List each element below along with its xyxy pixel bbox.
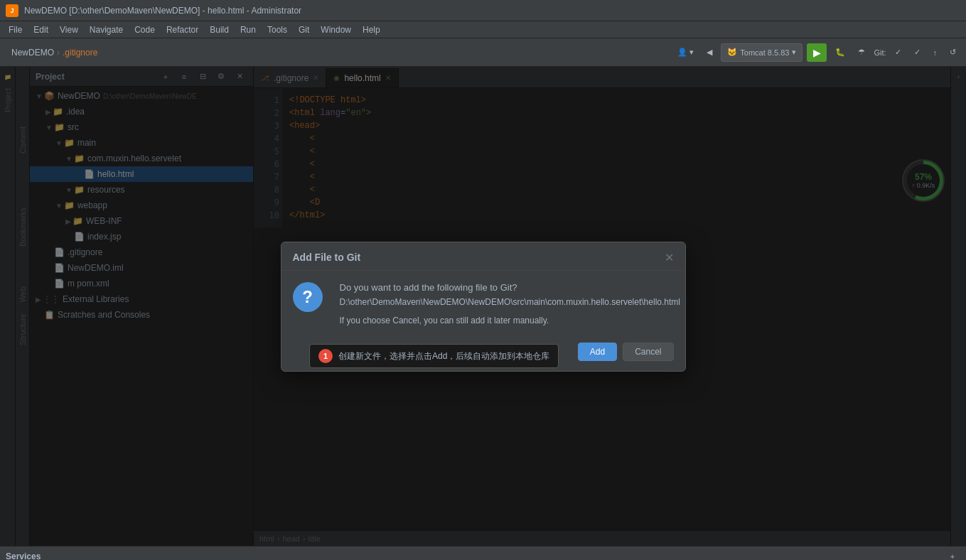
git-bar: Git: ✓ ✓ ↑ ↺ xyxy=(874,43,960,63)
title-text: NewDEMO [D:\other\DemoMaven\NewDEMO] - h… xyxy=(24,6,960,16)
tomcat-label: Tomcat 8.5.83 xyxy=(740,48,789,57)
dialog-note: If you choose Cancel, you can still add … xyxy=(340,316,680,325)
run-button[interactable]: ▶ xyxy=(807,43,827,62)
dialog-path: D:\other\DemoMaven\NewDEMO\NewDEMO\src\m… xyxy=(340,297,680,307)
dialog-header: Add File to Git ✕ xyxy=(281,242,685,271)
menu-navigate[interactable]: Navigate xyxy=(84,23,129,36)
dialog-close-button[interactable]: ✕ xyxy=(665,251,674,264)
git-pull[interactable]: ↺ xyxy=(945,43,960,63)
dialog-title: Add File to Git xyxy=(293,252,659,263)
services-add-btn[interactable]: + xyxy=(945,549,960,561)
dialog-overlay: Add File to Git ✕ ? Do you want to add t… xyxy=(0,67,966,546)
menu-run[interactable]: Run xyxy=(235,23,262,36)
dialog-add-button[interactable]: Add xyxy=(578,343,617,361)
menu-edit[interactable]: Edit xyxy=(28,23,54,36)
dialog-question-icon: ? xyxy=(293,282,323,312)
menu-help[interactable]: Help xyxy=(357,23,386,36)
git-checkmark2[interactable]: ✓ xyxy=(910,43,925,63)
tooltip: 1 创建新文件，选择并点击Add，后续自动添加到本地仓库 xyxy=(309,344,559,368)
git-checkmark1[interactable]: ✓ xyxy=(891,43,906,63)
back-btn[interactable]: ◀ xyxy=(702,43,717,63)
dialog-main-text: Do you want to add the following file to… xyxy=(340,282,680,293)
tooltip-badge: 1 xyxy=(318,349,333,363)
services-title: Services xyxy=(6,551,41,561)
title-bar: J NewDEMO [D:\other\DemoMaven\NewDEMO] -… xyxy=(0,0,966,21)
tomcat-dropdown-icon: ▾ xyxy=(792,48,796,57)
git-push[interactable]: ↑ xyxy=(929,43,942,63)
tooltip-text: 创建新文件，选择并点击Add，后续自动添加到本地仓库 xyxy=(338,350,549,362)
dialog-body: ? Do you want to add the following file … xyxy=(281,271,685,337)
dialog-text-area: Do you want to add the following file to… xyxy=(340,282,680,331)
breadcrumb-sep: › xyxy=(57,48,60,58)
menu-git[interactable]: Git xyxy=(293,23,315,36)
menu-bar: File Edit View Navigate Code Refactor Bu… xyxy=(0,21,966,38)
toolbar: NewDEMO › .gitignore 👤 ▾ ◀ 🐱 Tomcat 8.5.… xyxy=(0,38,966,67)
account-btn[interactable]: 👤 ▾ xyxy=(673,43,698,63)
menu-tools[interactable]: Tools xyxy=(262,23,293,36)
menu-code[interactable]: Code xyxy=(129,23,161,36)
git-label: Git: xyxy=(874,48,886,57)
breadcrumb-bar: NewDEMO › .gitignore xyxy=(11,48,97,58)
tomcat-icon: 🐱 xyxy=(727,48,737,57)
breadcrumb-project[interactable]: NewDEMO xyxy=(11,48,54,58)
breadcrumb-file[interactable]: .gitignore xyxy=(63,48,97,58)
services-panel: Services + ▶ ≡ ⊟ ⊞ ≈ + ▼ 🐱 Tomcat Server… xyxy=(0,546,966,560)
dialog-content-row: ? Do you want to add the following file … xyxy=(293,282,674,331)
app-icon: J xyxy=(6,4,18,17)
menu-refactor[interactable]: Refactor xyxy=(161,23,204,36)
tomcat-selector[interactable]: 🐱 Tomcat 8.5.83 ▾ xyxy=(721,43,803,62)
debug-btn[interactable]: 🐛 xyxy=(831,43,849,63)
menu-file[interactable]: File xyxy=(3,23,28,36)
dialog-cancel-button[interactable]: Cancel xyxy=(623,343,673,361)
coverage-btn[interactable]: ☂ xyxy=(854,43,869,63)
menu-build[interactable]: Build xyxy=(204,23,235,36)
services-header: Services + xyxy=(0,546,966,560)
menu-view[interactable]: View xyxy=(54,23,84,36)
menu-window[interactable]: Window xyxy=(315,23,357,36)
